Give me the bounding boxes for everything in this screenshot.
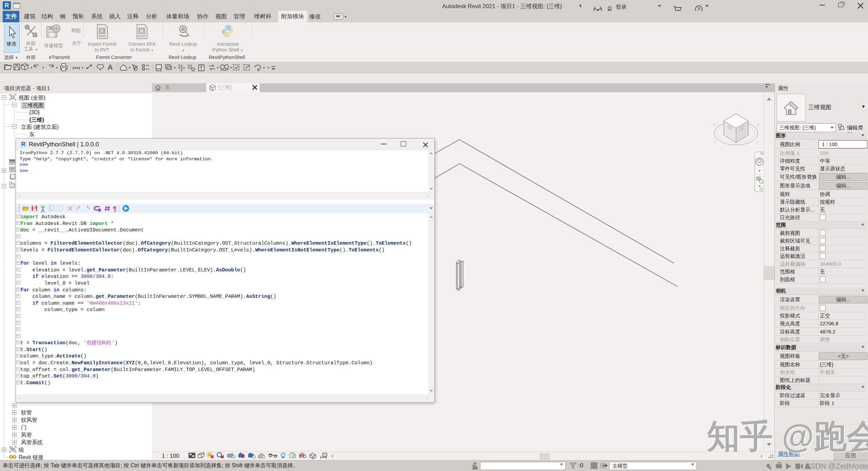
svg-text:▼: ▼ [42, 66, 45, 69]
svg-text:A: A [107, 63, 113, 71]
svg-text:1: 1 [99, 65, 101, 69]
svg-text:▼: ▼ [216, 66, 219, 69]
svg-text:▼: ▼ [267, 66, 270, 69]
svg-text:▼: ▼ [173, 66, 176, 69]
svg-text:▼: ▼ [30, 66, 33, 69]
svg-text:▼: ▼ [128, 66, 131, 69]
svg-text:▼: ▼ [230, 66, 233, 69]
svg-text:▼: ▼ [55, 66, 58, 69]
svg-text:R: R [140, 28, 144, 34]
svg-text:¶: ¶ [113, 205, 117, 212]
svg-text:F: F [100, 28, 103, 34]
svg-text:‹: ‹ [332, 453, 333, 458]
svg-text:▼: ▼ [262, 66, 265, 69]
svg-text:▼: ▼ [81, 66, 84, 69]
